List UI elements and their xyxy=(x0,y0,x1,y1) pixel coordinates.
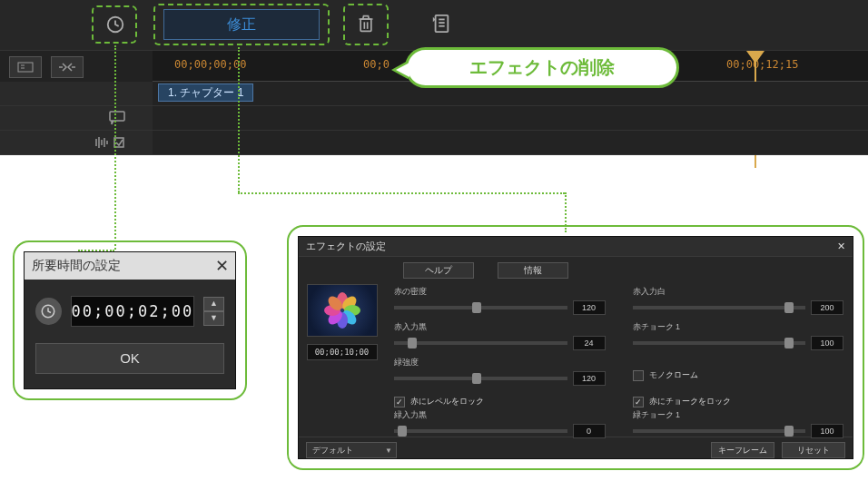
svg-rect-13 xyxy=(110,112,124,121)
effect-settings-dialog: エフェクトの設定 ✕ 00;00;10;00 xyxy=(287,225,864,470)
param-red-density: 赤の密度 120 xyxy=(394,286,606,315)
dialog-titlebar: 所要時間の設定 ✕ xyxy=(25,252,235,280)
preview-timecode[interactable]: 00;00;10;00 xyxy=(307,344,378,360)
clock-icon xyxy=(35,298,62,325)
close-button[interactable]: ✕ xyxy=(208,256,235,276)
timecode-input[interactable]: 00;00;02;00 xyxy=(71,296,195,327)
track-row[interactable] xyxy=(0,106,868,131)
param-green-intensity: 緑強度 120 xyxy=(394,357,606,386)
spin-up-button[interactable]: ▲ xyxy=(203,297,224,311)
tool-thumbnail-icon[interactable] xyxy=(9,56,42,78)
param-red-choke1: 赤チョーク 1 100 xyxy=(633,321,844,350)
correct-button[interactable]: 修正 xyxy=(163,9,320,40)
history-icon[interactable] xyxy=(104,14,126,35)
param-label: 赤の密度 xyxy=(394,286,606,298)
tab-help[interactable]: ヘルプ xyxy=(403,262,474,279)
audio-track-icon xyxy=(94,135,125,150)
callout-bubble: エフェクトの削除 xyxy=(405,47,679,88)
slider[interactable] xyxy=(394,377,567,380)
connector xyxy=(114,45,116,250)
slider-value[interactable]: 100 xyxy=(811,424,843,438)
slider-value[interactable]: 24 xyxy=(573,336,606,350)
effect-preview xyxy=(307,284,378,337)
checkbox-lock-red-level[interactable]: ✓ 赤にレベルをロック xyxy=(394,396,606,407)
connector xyxy=(238,192,565,194)
dialog-title: 所要時間の設定 xyxy=(32,258,121,274)
ruler-timecode: 00;00;00;00 xyxy=(174,58,246,71)
notes-icon[interactable] xyxy=(431,13,451,34)
trash-icon[interactable] xyxy=(357,13,377,36)
connector xyxy=(238,47,240,192)
checkbox-label: モノクローム xyxy=(649,369,698,381)
comment-icon xyxy=(109,111,125,125)
preset-dropdown[interactable]: デフォルト xyxy=(306,442,397,458)
checkbox-icon: ✓ xyxy=(633,397,644,407)
dialog-title: エフェクトの設定 xyxy=(306,240,386,253)
checkbox-icon: ✓ xyxy=(394,397,405,407)
toolbar: 修正 xyxy=(0,0,868,50)
param-red-input-black: 赤入力黒 24 xyxy=(394,321,606,350)
flower-icon xyxy=(324,292,360,329)
param-green-choke1: 緑チョーク 1 100 xyxy=(633,409,844,438)
param-label: 緑入力黒 xyxy=(394,409,606,421)
checkbox-label: 赤にチョークをロック xyxy=(649,396,731,407)
close-button[interactable]: ✕ xyxy=(837,240,845,252)
duration-dialog: 所要時間の設定 ✕ 00;00;02;00 ▲ ▼ OK xyxy=(13,240,247,400)
spinner: ▲ ▼ xyxy=(203,297,224,326)
slider[interactable] xyxy=(394,341,567,345)
spin-down-button[interactable]: ▼ xyxy=(203,311,224,326)
slider-value[interactable]: 120 xyxy=(573,300,606,315)
slider-value[interactable]: 200 xyxy=(811,300,843,315)
checkbox-label: 赤にレベルをロック xyxy=(410,396,484,407)
checkbox-monochrome[interactable]: モノクローム xyxy=(633,360,844,390)
slider-value[interactable]: 100 xyxy=(811,336,843,350)
param-label: 赤入力黒 xyxy=(394,321,606,333)
param-red-input-white: 赤入力白 200 xyxy=(633,286,844,315)
param-label: 緑強度 xyxy=(394,357,606,368)
ruler-tools xyxy=(0,51,153,83)
tool-snap-icon[interactable] xyxy=(51,56,84,78)
slider[interactable] xyxy=(633,429,806,433)
param-label: 赤チョーク 1 xyxy=(633,321,844,333)
checkbox-icon xyxy=(633,370,644,381)
dialog-titlebar: エフェクトの設定 ✕ xyxy=(299,237,853,257)
track-header xyxy=(0,82,153,105)
slider[interactable] xyxy=(633,341,806,345)
track-header xyxy=(0,106,153,130)
param-label: 緑チョーク 1 xyxy=(633,409,844,421)
ruler-timecode: 00;0 xyxy=(363,58,390,71)
reset-button[interactable]: リセット xyxy=(782,442,845,458)
slider[interactable] xyxy=(633,306,806,309)
keyframe-button[interactable]: キーフレーム xyxy=(711,442,774,458)
slider-value[interactable]: 0 xyxy=(573,424,606,438)
track-header xyxy=(0,131,153,154)
param-green-input-black: 緑入力黒 0 xyxy=(394,409,606,438)
slider[interactable] xyxy=(394,306,567,309)
checkbox-lock-red-choke[interactable]: ✓ 赤にチョークをロック xyxy=(633,396,844,407)
param-label: 赤入力白 xyxy=(633,286,844,298)
slider[interactable] xyxy=(394,429,567,433)
slider-value[interactable]: 120 xyxy=(573,371,606,386)
svg-rect-8 xyxy=(18,63,33,72)
ok-button[interactable]: OK xyxy=(35,343,224,374)
track-row[interactable] xyxy=(0,131,868,155)
svg-rect-1 xyxy=(360,19,371,31)
tab-info[interactable]: 情報 xyxy=(498,262,568,279)
